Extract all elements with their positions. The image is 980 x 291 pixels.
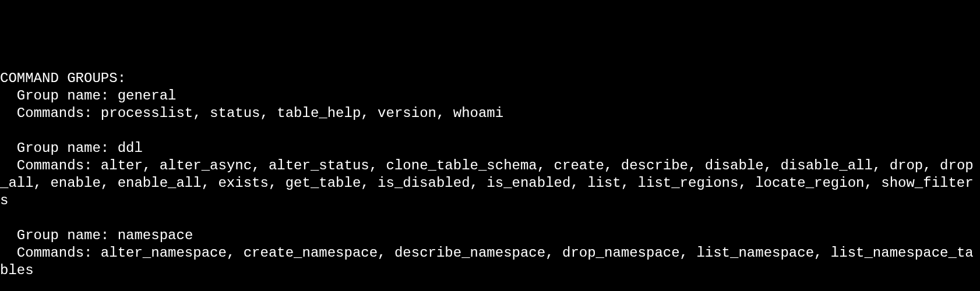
group-name-label: Group name: — [17, 228, 109, 243]
group-name-label: Group name: — [17, 88, 109, 104]
group-name-ddl: ddl — [118, 140, 143, 156]
commands-general: processlist, status, table_help, version… — [101, 105, 503, 121]
commands-ddl: alter, alter_async, alter_status, clone_… — [0, 158, 974, 208]
terminal-output: COMMAND GROUPS: Group name: general Comm… — [0, 70, 980, 291]
group-name-label: Group name: — [17, 140, 109, 156]
commands-namespace: alter_namespace, create_namespace, descr… — [0, 245, 974, 278]
group-name-general: general — [118, 88, 177, 104]
commands-label: Commands: — [17, 105, 93, 121]
commands-label: Commands: — [17, 245, 93, 261]
commands-label: Commands: — [17, 158, 93, 173]
command-groups-header: COMMAND GROUPS: — [0, 70, 126, 86]
group-name-namespace: namespace — [118, 228, 193, 243]
